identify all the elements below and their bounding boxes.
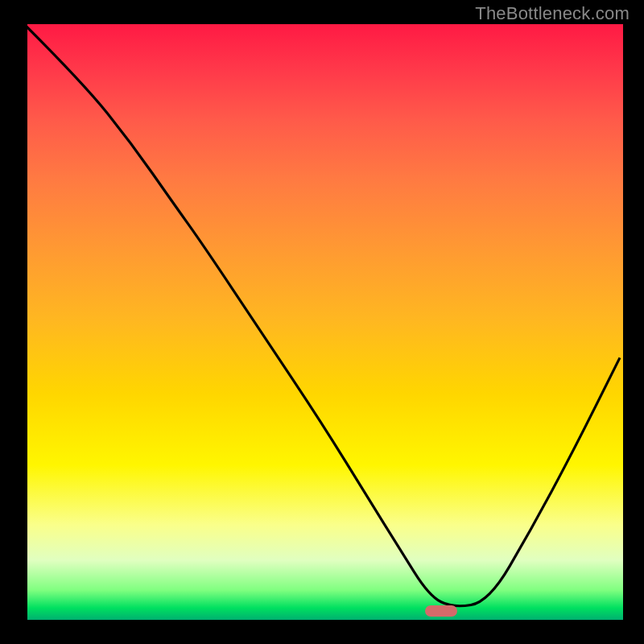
bottleneck-curve [24, 24, 623, 623]
watermark-text: TheBottleneck.com [475, 3, 630, 24]
optimal-marker [425, 605, 457, 617]
